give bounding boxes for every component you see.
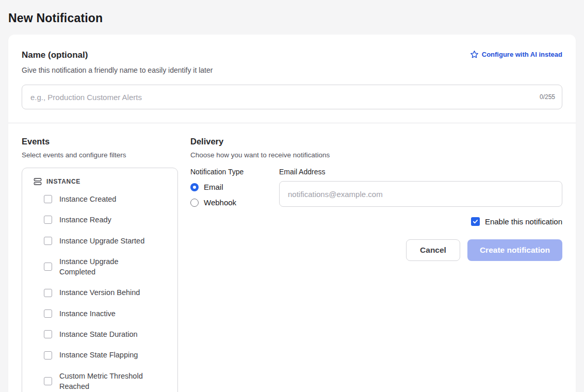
page-title: New Notification [0, 0, 584, 35]
delivery-heading: Delivery [190, 137, 562, 146]
name-input[interactable] [22, 85, 562, 109]
delivery-subtext: Choose how you want to receive notificat… [190, 151, 562, 159]
char-counter: 0/255 [540, 93, 555, 101]
event-group-label: INSTANCE [46, 178, 80, 185]
event-label: Instance Created [59, 194, 116, 204]
event-label: Instance Inactive [59, 308, 116, 319]
enable-notification-row[interactable]: Enable this notification [190, 217, 562, 226]
event-checkbox[interactable] [44, 216, 52, 224]
radio-webhook[interactable] [190, 199, 199, 207]
event-checkbox[interactable] [44, 377, 52, 385]
enable-notification-label: Enable this notification [485, 217, 562, 226]
new-notification-card: Name (optional) Configure with AI instea… [8, 35, 576, 392]
server-icon [34, 177, 42, 186]
event-label: Instance State Duration [59, 329, 138, 339]
event-label: Instance Version Behind [59, 287, 140, 298]
event-row-instance-ready[interactable]: Instance Ready [22, 209, 172, 230]
event-checkbox[interactable] [44, 237, 52, 245]
radio-email[interactable] [190, 183, 199, 191]
radio-webhook-label: Webhook [204, 198, 236, 207]
cancel-button[interactable]: Cancel [406, 239, 460, 261]
create-notification-button[interactable]: Create notification [467, 239, 562, 261]
event-checkbox[interactable] [44, 289, 52, 297]
events-subtext: Select events and configure filters [22, 151, 178, 159]
configure-ai-link[interactable]: Configure with AI instead [470, 50, 562, 59]
star-icon [470, 50, 479, 59]
event-row-instance-state-flapping[interactable]: Instance State Flapping [22, 345, 172, 365]
enable-notification-checkbox[interactable] [471, 217, 480, 226]
event-row-instance-upgrade-completed[interactable]: Instance Upgrade Completed [22, 251, 172, 283]
event-checkbox[interactable] [44, 351, 52, 360]
event-label: Custom Metric Threshold Reached [59, 371, 150, 392]
event-row-instance-created[interactable]: Instance Created [22, 189, 172, 209]
radio-option-webhook[interactable]: Webhook [190, 198, 279, 207]
name-section: Name (optional) Configure with AI instea… [8, 35, 576, 123]
event-row-instance-state-duration[interactable]: Instance State Duration [22, 324, 172, 345]
events-section: Events Select events and configure filte… [22, 137, 178, 392]
event-row-custom-metric-threshold[interactable]: Custom Metric Threshold Reached [22, 366, 172, 392]
events-list: INSTANCE Instance Created Instance Ready… [22, 168, 178, 392]
configure-ai-label: Configure with AI instead [482, 51, 562, 58]
event-row-instance-version-behind[interactable]: Instance Version Behind [22, 282, 172, 303]
delivery-section: Delivery Choose how you want to receive … [190, 137, 562, 392]
event-checkbox[interactable] [44, 330, 52, 338]
notification-type-label: Notification Type [190, 168, 279, 176]
event-row-instance-inactive[interactable]: Instance Inactive [22, 303, 172, 324]
name-section-subtext: Give this notification a friendly name t… [22, 66, 562, 74]
email-input[interactable] [279, 181, 562, 207]
event-checkbox[interactable] [44, 195, 52, 203]
event-checkbox[interactable] [44, 309, 52, 318]
event-row-instance-upgrade-started[interactable]: Instance Upgrade Started [22, 231, 172, 251]
name-section-heading: Name (optional) [22, 50, 88, 60]
event-label: Instance Upgrade Completed [59, 256, 150, 277]
event-label: Instance Upgrade Started [59, 236, 144, 246]
event-label: Instance Ready [59, 215, 111, 225]
radio-email-label: Email [204, 183, 223, 191]
email-address-label: Email Address [279, 168, 562, 176]
event-checkbox[interactable] [44, 263, 52, 271]
events-heading: Events [22, 137, 178, 146]
event-group-instance[interactable]: INSTANCE [22, 176, 172, 189]
radio-option-email[interactable]: Email [190, 183, 279, 191]
event-label: Instance State Flapping [59, 350, 138, 360]
